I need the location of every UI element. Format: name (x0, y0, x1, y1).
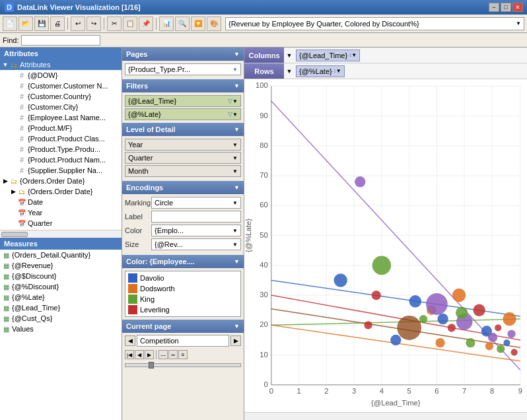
play-back-button[interactable]: ◀ (135, 350, 144, 359)
speed-handle[interactable] (149, 362, 154, 368)
columns-arrow[interactable]: ▼ (284, 48, 295, 63)
list-item[interactable]: # {Product.Product Clas... (0, 133, 122, 144)
lod-header[interactable]: Level of Detail ▼ (122, 123, 244, 136)
color-section-label: Color: {Employee.... (126, 258, 195, 265)
rows-pill-text: {@%Late} (299, 67, 332, 75)
h-scrollbar[interactable] (0, 230, 122, 238)
list-item[interactable]: ▦ {@Revenue} (0, 260, 122, 271)
list-item[interactable]: 📅 Year (0, 207, 122, 218)
print-button[interactable]: 🖨 (50, 17, 65, 31)
list-item[interactable]: # {Product.M/F} (0, 123, 122, 133)
viz-selector[interactable]: {Revenue by Employee By Quarter, Colored… (225, 17, 524, 30)
filter-lead-time[interactable]: {@Lead_Time} ▽ ▼ (125, 95, 241, 107)
list-item[interactable]: King (127, 294, 239, 304)
list-item[interactable]: ▦ Values (0, 324, 122, 334)
filter-text: {@Lead_Time} (128, 97, 228, 105)
cut-button[interactable]: ✂ (107, 17, 122, 31)
list-item[interactable]: # {Product.Type.Produ... (0, 144, 122, 155)
pages-header[interactable]: Pages ▼ (122, 48, 244, 61)
chart-button[interactable]: 📊 (159, 17, 174, 31)
next-page-button[interactable]: ▶ (230, 335, 241, 346)
chevron-down-icon: ▼ (232, 98, 238, 104)
list-item[interactable]: ▦ {@%Discount} (0, 281, 122, 292)
list-item[interactable]: # {Supplier.Supplier Na... (0, 165, 122, 176)
tree-orders-root[interactable]: ▶ 🗂 {Orders.Order Date} (0, 176, 122, 186)
color-value[interactable]: {Emplo... ▼ (151, 225, 241, 236)
chart-canvas: 100 90 80 70 60 50 40 30 20 10 0 0 1 2 3… (244, 79, 527, 412)
attributes-tree: ▼ 🗂 Attributes # {@DOW} # {Customer.Cust… (0, 59, 122, 230)
marking-value[interactable]: Circle ▼ (151, 197, 241, 209)
measures-tree: ▦ {Orders_Detail.Quantity} ▦ {@Revenue} … (0, 250, 122, 420)
color-section-header[interactable]: Color: {Employee.... ▼ (122, 255, 244, 268)
lod-month[interactable]: Month ▼ (125, 165, 241, 177)
copy-button[interactable]: 📋 (123, 17, 137, 31)
lod-year[interactable]: Year ▼ (125, 139, 241, 151)
line-style-2[interactable]: ═ (168, 350, 178, 359)
size-value[interactable]: {@Rev... ▼ (151, 238, 241, 250)
chart-h-scrollbar[interactable] (244, 412, 527, 420)
speed-bar[interactable] (125, 363, 241, 367)
tree-attributes-root[interactable]: ▼ 🗂 Attributes (0, 59, 122, 70)
paste-button[interactable]: 📌 (139, 17, 153, 31)
find-input[interactable] (21, 35, 100, 46)
svg-text:{@Lead_Time}: {@Lead_Time} (371, 399, 421, 407)
list-item[interactable]: # {Product.Product Nam... (0, 155, 122, 165)
columns-pill-text: {@Lead_Time} (299, 52, 347, 59)
color-button[interactable]: 🎨 (207, 17, 221, 31)
label-value[interactable] (151, 211, 241, 223)
filter-button[interactable]: 🔽 (191, 17, 205, 31)
line-style-1[interactable]: — (158, 350, 168, 359)
svg-text:1: 1 (297, 387, 300, 395)
folder-icon: 🗂 (17, 187, 26, 196)
pages-value[interactable]: {Product_Type.Pr... ▼ (125, 63, 241, 75)
undo-button[interactable]: ↩ (71, 17, 85, 31)
scroll-thumb[interactable] (1, 232, 28, 237)
expander-icon[interactable]: ▶ (9, 188, 17, 195)
minimize-button[interactable]: − (489, 3, 499, 12)
expander-icon[interactable]: ▶ (1, 177, 9, 185)
filter-percent-late[interactable]: {@%Late} ▽ ▼ (125, 108, 241, 120)
zoom-button[interactable]: 🔍 (175, 17, 190, 31)
list-item[interactable]: # {Customer.Customer N... (0, 81, 122, 91)
play-forward-button[interactable]: ▶ (145, 350, 154, 359)
field-icon: # (17, 81, 26, 90)
chevron-down-icon: ▼ (351, 52, 357, 58)
list-item[interactable]: # {Customer.City} (0, 102, 122, 112)
list-item[interactable]: # {@DOW} (0, 70, 122, 81)
filters-header[interactable]: Filters ▼ (122, 79, 244, 92)
window-controls[interactable]: − □ ✕ (489, 3, 523, 12)
rows-arrow[interactable]: ▼ (284, 63, 295, 79)
maximize-button[interactable]: □ (501, 3, 511, 12)
redo-button[interactable]: ↪ (87, 17, 101, 31)
encodings-header[interactable]: Encodings ▼ (122, 181, 244, 194)
pages-content: {Product_Type.Pr... ▼ (122, 61, 244, 79)
current-page-value[interactable]: Competition (137, 335, 229, 347)
list-item[interactable]: # {Customer.Country} (0, 91, 122, 102)
list-item[interactable]: 📅 Quarter (0, 218, 122, 228)
list-item[interactable]: # {Employee.Last Name... (0, 112, 122, 123)
expander-icon[interactable]: ▼ (1, 61, 9, 69)
new-button[interactable]: 📄 (3, 17, 17, 31)
list-item[interactable]: ▦ {@$Discount} (0, 271, 122, 281)
list-item[interactable]: Davolio (127, 273, 239, 283)
list-item[interactable]: ▶ 🗂 {Orders.Order Date} (0, 186, 122, 197)
line-style-3[interactable]: ≡ (178, 350, 188, 359)
rows-pill[interactable]: {@%Late} ↕ ▼ (296, 65, 345, 77)
close-button[interactable]: ✕ (512, 3, 523, 12)
list-item[interactable]: ▦ {@%Late} (0, 292, 122, 302)
open-button[interactable]: 📂 (18, 17, 33, 31)
svg-point-59 (409, 295, 421, 308)
current-page-header[interactable]: Current page ▼ (122, 320, 244, 333)
lod-quarter[interactable]: Quarter ▼ (125, 152, 241, 164)
columns-pill[interactable]: {@Lead_Time} ↕ ▼ (296, 50, 360, 61)
prev-page-button[interactable]: ◀ (125, 335, 135, 346)
list-item[interactable]: ▦ {Orders_Detail.Quantity} (0, 250, 122, 260)
svg-text:100: 100 (256, 81, 268, 89)
list-item[interactable]: Dodsworth (127, 283, 239, 294)
list-item[interactable]: ▦ {@Cust_Qs} (0, 313, 122, 324)
list-item[interactable]: Leverling (127, 304, 239, 315)
play-start-button[interactable]: |◀ (125, 350, 134, 359)
save-button[interactable]: 💾 (34, 17, 49, 31)
list-item[interactable]: ▦ {@Lead_Time} (0, 302, 122, 313)
list-item[interactable]: 📅 Date (0, 197, 122, 207)
